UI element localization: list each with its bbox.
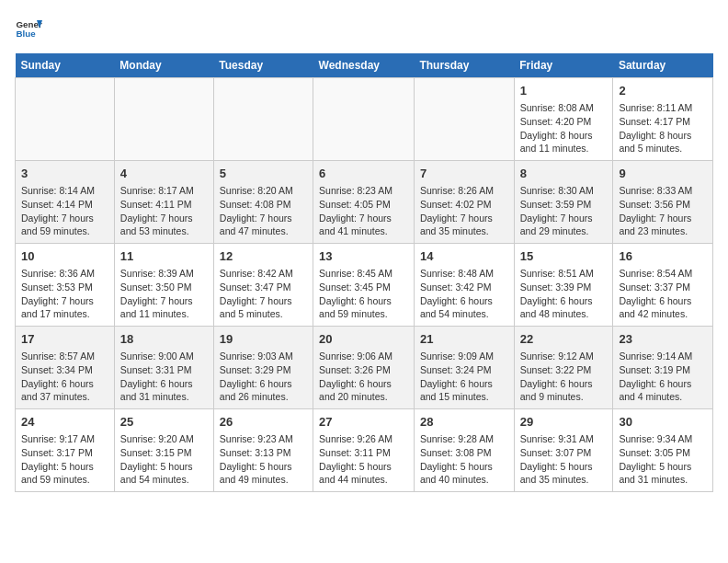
calendar-cell: 6Sunrise: 8:23 AMSunset: 4:05 PMDaylight…: [313, 161, 415, 244]
day-number: 18: [120, 331, 208, 348]
day-content: Sunrise: 8:20 AM: [220, 185, 293, 196]
calendar-cell: 22Sunrise: 9:12 AMSunset: 3:22 PMDayligh…: [514, 327, 613, 409]
day-content: Sunrise: 8:54 AM: [619, 268, 692, 279]
day-number: 3: [21, 166, 108, 182]
day-content: Sunset: 3:22 PM: [520, 364, 592, 375]
calendar-cell: 30Sunrise: 9:34 AMSunset: 3:05 PMDayligh…: [613, 409, 713, 492]
day-number: 7: [420, 166, 508, 182]
day-content: Sunset: 3:56 PM: [619, 199, 690, 210]
col-header-thursday: Thursday: [414, 53, 514, 78]
day-number: 21: [420, 331, 508, 348]
col-header-wednesday: Wednesday: [313, 53, 415, 78]
calendar-cell: 10Sunrise: 8:36 AMSunset: 3:53 PMDayligh…: [16, 244, 115, 327]
day-content: Sunset: 3:26 PM: [319, 364, 391, 375]
calendar-cell: 23Sunrise: 9:14 AMSunset: 3:19 PMDayligh…: [613, 327, 713, 409]
calendar-cell: 13Sunrise: 8:45 AMSunset: 3:45 PMDayligh…: [313, 244, 415, 327]
day-content: Daylight: 6 hours and 9 minutes.: [520, 378, 593, 403]
calendar-cell: 5Sunrise: 8:20 AMSunset: 4:08 PMDaylight…: [213, 161, 313, 244]
day-content: Sunset: 4:05 PM: [319, 199, 391, 210]
day-content: Sunset: 3:42 PM: [420, 282, 492, 293]
day-number: 14: [420, 248, 508, 265]
calendar-cell: 7Sunrise: 8:26 AMSunset: 4:02 PMDaylight…: [414, 161, 514, 244]
calendar-cell: 25Sunrise: 9:20 AMSunset: 3:15 PMDayligh…: [114, 409, 213, 492]
day-number: 12: [220, 248, 307, 265]
day-content: Sunset: 4:17 PM: [619, 116, 690, 127]
calendar-cell: 21Sunrise: 9:09 AMSunset: 3:24 PMDayligh…: [414, 327, 514, 409]
day-content: Daylight: 6 hours and 37 minutes.: [21, 378, 94, 403]
day-content: Sunset: 3:05 PM: [619, 447, 690, 458]
day-content: Sunset: 4:11 PM: [120, 199, 192, 210]
day-content: Sunrise: 8:26 AM: [420, 185, 494, 196]
col-header-friday: Friday: [514, 53, 613, 78]
day-content: Sunrise: 9:23 AM: [220, 433, 293, 444]
day-content: Daylight: 6 hours and 26 minutes.: [220, 378, 292, 403]
day-content: Sunset: 3:07 PM: [520, 447, 592, 458]
day-content: Daylight: 5 hours and 49 minutes.: [220, 461, 292, 486]
day-content: Sunset: 3:59 PM: [520, 199, 592, 210]
day-content: Sunset: 3:11 PM: [319, 447, 391, 458]
day-content: Daylight: 7 hours and 17 minutes.: [21, 295, 94, 320]
day-content: Daylight: 8 hours and 11 minutes.: [520, 130, 593, 155]
calendar-cell: 29Sunrise: 9:31 AMSunset: 3:07 PMDayligh…: [514, 409, 613, 492]
day-number: 27: [319, 414, 408, 431]
calendar-cell: 18Sunrise: 9:00 AMSunset: 3:31 PMDayligh…: [114, 327, 213, 409]
day-content: Daylight: 7 hours and 41 minutes.: [319, 213, 392, 237]
day-content: Sunset: 3:15 PM: [120, 447, 192, 458]
day-content: Daylight: 6 hours and 48 minutes.: [520, 295, 593, 320]
day-content: Sunset: 3:39 PM: [520, 282, 592, 293]
calendar-cell: 17Sunrise: 8:57 AMSunset: 3:34 PMDayligh…: [16, 327, 115, 409]
day-content: Daylight: 7 hours and 35 minutes.: [420, 213, 493, 237]
day-content: Daylight: 6 hours and 15 minutes.: [420, 378, 493, 403]
col-header-monday: Monday: [114, 53, 213, 78]
day-content: Sunrise: 8:23 AM: [319, 185, 392, 196]
day-content: Daylight: 8 hours and 5 minutes.: [619, 130, 691, 155]
day-number: 25: [120, 414, 208, 431]
day-number: 5: [220, 166, 307, 182]
day-content: Sunset: 3:34 PM: [21, 364, 93, 375]
day-content: Sunset: 3:29 PM: [220, 364, 291, 375]
day-content: Sunrise: 8:30 AM: [520, 185, 594, 196]
day-content: Sunset: 4:14 PM: [21, 199, 93, 210]
calendar-cell: [414, 78, 514, 161]
calendar-cell: 9Sunrise: 8:33 AMSunset: 3:56 PMDaylight…: [613, 161, 713, 244]
day-content: Sunset: 3:31 PM: [120, 364, 192, 375]
calendar-cell: 15Sunrise: 8:51 AMSunset: 3:39 PMDayligh…: [514, 244, 613, 327]
day-content: Sunrise: 8:42 AM: [220, 268, 293, 279]
day-content: Sunrise: 8:39 AM: [120, 268, 194, 279]
day-content: Sunrise: 9:34 AM: [619, 433, 692, 444]
day-content: Sunrise: 8:33 AM: [619, 185, 692, 196]
day-content: Sunrise: 8:51 AM: [520, 268, 594, 279]
day-content: Sunrise: 8:11 AM: [619, 102, 692, 113]
day-content: Daylight: 6 hours and 4 minutes.: [619, 378, 691, 403]
day-content: Daylight: 5 hours and 31 minutes.: [619, 461, 691, 486]
calendar-cell: 14Sunrise: 8:48 AMSunset: 3:42 PMDayligh…: [414, 244, 514, 327]
calendar-cell: 16Sunrise: 8:54 AMSunset: 3:37 PMDayligh…: [613, 244, 713, 327]
day-content: Sunset: 3:19 PM: [619, 364, 690, 375]
day-content: Sunrise: 9:14 AM: [619, 350, 692, 362]
calendar-cell: [114, 78, 213, 161]
day-content: Sunrise: 9:20 AM: [120, 433, 194, 444]
calendar-cell: 24Sunrise: 9:17 AMSunset: 3:17 PMDayligh…: [16, 409, 115, 492]
svg-text:Blue: Blue: [17, 29, 37, 39]
day-number: 28: [420, 414, 508, 431]
day-number: 29: [520, 414, 608, 431]
day-content: Sunrise: 9:06 AM: [319, 350, 392, 362]
day-number: 11: [120, 248, 208, 265]
calendar-cell: 12Sunrise: 8:42 AMSunset: 3:47 PMDayligh…: [213, 244, 313, 327]
day-content: Sunrise: 9:00 AM: [120, 350, 194, 362]
day-content: Sunrise: 8:57 AM: [21, 350, 95, 362]
day-number: 30: [619, 414, 707, 431]
day-content: Sunrise: 8:08 AM: [520, 102, 594, 113]
day-number: 19: [220, 331, 307, 348]
calendar-cell: [313, 78, 415, 161]
day-content: Sunrise: 9:12 AM: [520, 350, 594, 362]
day-content: Daylight: 5 hours and 59 minutes.: [21, 461, 94, 486]
day-content: Daylight: 7 hours and 11 minutes.: [120, 295, 193, 320]
day-number: 1: [520, 83, 608, 99]
day-content: Sunrise: 9:17 AM: [21, 433, 95, 444]
day-content: Sunrise: 9:28 AM: [420, 433, 494, 444]
calendar-cell: 3Sunrise: 8:14 AMSunset: 4:14 PMDaylight…: [16, 161, 115, 244]
day-number: 24: [21, 414, 108, 431]
day-content: Sunrise: 8:36 AM: [21, 268, 95, 279]
day-content: Daylight: 7 hours and 59 minutes.: [21, 213, 94, 237]
